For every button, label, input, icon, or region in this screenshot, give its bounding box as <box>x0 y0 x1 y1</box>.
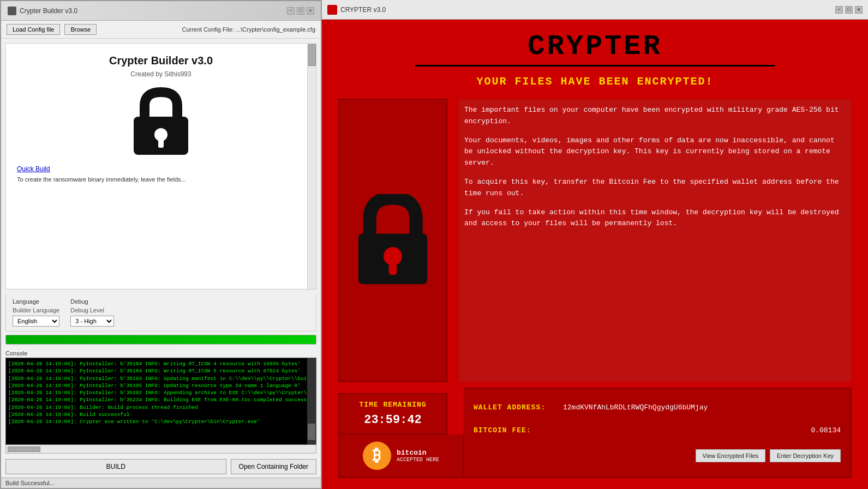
toolbar: Load Config file Browse Current Config F… <box>1 21 321 39</box>
right-panel: CRYPTER v3.0 − □ ✕ CRYPTER YOUR FILES HA… <box>322 0 868 489</box>
timer-section: TIME REMAINING 23:59:42 <box>338 393 447 434</box>
ransom-text-box: The important files on your computer hav… <box>458 99 852 382</box>
build-button[interactable]: BUILD <box>5 459 226 474</box>
wallet-fee-value: 0.08134 <box>811 426 841 434</box>
current-config-prefix: Current Config File: <box>182 26 234 33</box>
ransom-lock-box <box>338 99 447 382</box>
console-line: [2020-04-26 14:19:06]: Builder: Build pr… <box>8 404 314 411</box>
wallet-address-row: WALLET ADDRESS: 12mdKVNfAhLbRDLtRWQFhQgy… <box>474 403 841 412</box>
vertical-scrollbar[interactable] <box>307 44 316 289</box>
quick-build-description: To create the ransomware binary immediat… <box>17 176 305 183</box>
main-content: Crypter Builder v3.0 Created by Sithis99… <box>1 39 321 488</box>
console-label: Console <box>5 350 316 357</box>
debug-level-label: Debug Level <box>70 307 114 313</box>
bitcoin-top-text: bitcoin <box>397 449 439 457</box>
wallet-address-label: WALLET ADDRESS: <box>474 403 555 412</box>
bottom-buttons: BUILD Open Containing Folder <box>5 459 316 474</box>
scrollable-area: Crypter Builder v3.0 Created by Sithis99… <box>5 43 316 289</box>
ransom-text-para-4: If you fail to take action within this t… <box>464 207 846 230</box>
progress-bar <box>5 335 316 345</box>
console-area: [2020-04-26 14:19:06]: PyInstaller: b'35… <box>5 358 316 445</box>
builder-subtitle: Created by Sithis993 <box>17 70 305 78</box>
console-horizontal-scrollbar[interactable] <box>5 445 316 454</box>
progress-bar-fill <box>6 335 316 344</box>
timer-value: 23:59:42 <box>346 413 440 427</box>
hscroll-thumb[interactable] <box>8 446 40 452</box>
console-scroll-thumb[interactable] <box>308 424 315 440</box>
ransom-content: CRYPTER YOUR FILES HAVE BEEN ENCRYPTED! … <box>322 20 868 489</box>
wallet-fee-label: BITCOIN FEE: <box>474 426 555 434</box>
ransom-text-para-2: Your documents, videos, images and other… <box>464 135 846 169</box>
ransom-text-para-1: The important files on your computer hav… <box>464 105 846 128</box>
bitcoin-icon: ₿ <box>363 442 391 470</box>
console-line: [2020-04-26 14:19:06]: PyInstaller: b'35… <box>8 375 314 382</box>
builder-title: Crypter Builder v3.0 <box>17 55 305 67</box>
bitcoin-section: ₿ bitcoin ACCEPTED HERE <box>338 434 464 478</box>
ransom-subtitle: YOUR FILES HAVE BEEN ENCRYPTED! <box>338 75 852 88</box>
svg-rect-5 <box>389 263 397 275</box>
right-minimize-button[interactable]: − <box>835 6 843 14</box>
language-group: Language Builder Language English <box>13 298 59 327</box>
browse-button[interactable]: Browse <box>64 24 97 35</box>
right-title-left: CRYPTER v3.0 <box>327 5 386 15</box>
left-bottom-stack: TIME REMAINING 23:59:42 ₿ bitcoin ACCEPT… <box>338 388 464 478</box>
wallet-address-value: 12mdKVNfAhLbRDLtRWQFhQgydgU6bUMjay <box>563 403 708 412</box>
right-app-icon <box>327 5 337 15</box>
wallet-fee-row: BITCOIN FEE: 0.08134 <box>474 426 841 434</box>
left-title-controls: − □ ✕ <box>287 7 314 15</box>
inner-content: Crypter Builder v3.0 Created by Sithis99… <box>6 44 316 194</box>
view-encrypted-button[interactable]: View Encrypted Files <box>696 449 766 462</box>
svg-point-4 <box>384 247 402 265</box>
scroll-thumb[interactable] <box>308 44 316 66</box>
ransom-text-para-3: To acquire this key, transfer the Bitcoi… <box>464 177 846 200</box>
enter-decryption-button[interactable]: Enter Decryption Key <box>770 449 841 462</box>
bitcoin-bottom-text: ACCEPTED HERE <box>397 457 439 463</box>
load-config-button[interactable]: Load Config file <box>7 24 60 35</box>
console-line: [2020-04-26 14:19:06]: PyInstaller: b'35… <box>8 389 314 396</box>
wallet-buttons: View Encrypted Files Enter Decryption Ke… <box>474 449 841 462</box>
bitcoin-logo: ₿ bitcoin ACCEPTED HERE <box>363 442 439 470</box>
current-config-path: ...\Crypter\config_example.cfg <box>236 26 315 33</box>
quick-build-link[interactable]: Quick Build <box>17 165 50 173</box>
debug-group: Debug Debug Level 3 - High <box>70 298 114 327</box>
left-close-button[interactable]: ✕ <box>307 7 314 15</box>
left-maximize-button[interactable]: □ <box>297 7 304 15</box>
form-section: Language Builder Language English Debug … <box>5 294 316 331</box>
console-line: [2020-04-26 14:19:06]: PyInstaller: b'35… <box>8 360 314 367</box>
console-line: [2020-04-26 14:19:06]: PyInstaller: b'35… <box>8 396 314 403</box>
language-label: Language <box>13 298 59 305</box>
bitcoin-symbol: ₿ <box>373 446 381 466</box>
debug-label: Debug <box>70 298 114 305</box>
ransom-main-title: CRYPTER <box>338 31 852 63</box>
ransom-lock-icon <box>352 194 434 287</box>
right-title-controls: − □ ✕ <box>835 6 863 14</box>
builder-language-label: Builder Language <box>13 307 59 313</box>
progress-section <box>5 335 316 345</box>
ransom-middle: The important files on your computer hav… <box>338 99 852 382</box>
console-line: [2020-04-26 14:19:06]: Build successful <box>8 411 314 418</box>
open-folder-button[interactable]: Open Containing Folder <box>231 459 316 474</box>
ransom-bottom: TIME REMAINING 23:59:42 ₿ bitcoin ACCEPT… <box>338 388 852 478</box>
timer-label: TIME REMAINING <box>346 401 440 409</box>
ransom-title-underline <box>415 65 775 67</box>
console-section: Console [2020-04-26 14:19:06]: PyInstall… <box>5 350 316 454</box>
current-config-label: Current Config File: ...\Crypter\config_… <box>182 26 315 33</box>
right-title-bar: CRYPTER v3.0 − □ ✕ <box>322 0 868 20</box>
right-close-button[interactable]: ✕ <box>855 6 863 14</box>
form-row: Language Builder Language English Debug … <box>13 298 309 327</box>
console-line: [2020-04-26 14:19:06]: Crypter exe writt… <box>8 418 314 425</box>
wallet-section: WALLET ADDRESS: 12mdKVNfAhLbRDLtRWQFhQgy… <box>464 388 852 478</box>
left-minimize-button[interactable]: − <box>287 7 295 15</box>
left-title-bar: Crypter Builder v3.0 − □ ✕ <box>1 1 321 21</box>
right-maximize-button[interactable]: □ <box>845 6 853 14</box>
lock-icon-container <box>17 87 305 158</box>
language-select[interactable]: English <box>13 316 59 327</box>
app-icon <box>8 7 16 15</box>
console-line: [2020-04-26 14:19:06]: PyInstaller: b'35… <box>8 382 314 389</box>
console-scrollbar[interactable] <box>307 358 316 444</box>
status-bar: Build Successful... <box>1 478 321 488</box>
lock-icon <box>128 87 194 158</box>
svg-rect-2 <box>158 139 164 148</box>
bitcoin-text-block: bitcoin ACCEPTED HERE <box>397 449 439 463</box>
debug-level-select[interactable]: 3 - High <box>70 316 114 327</box>
